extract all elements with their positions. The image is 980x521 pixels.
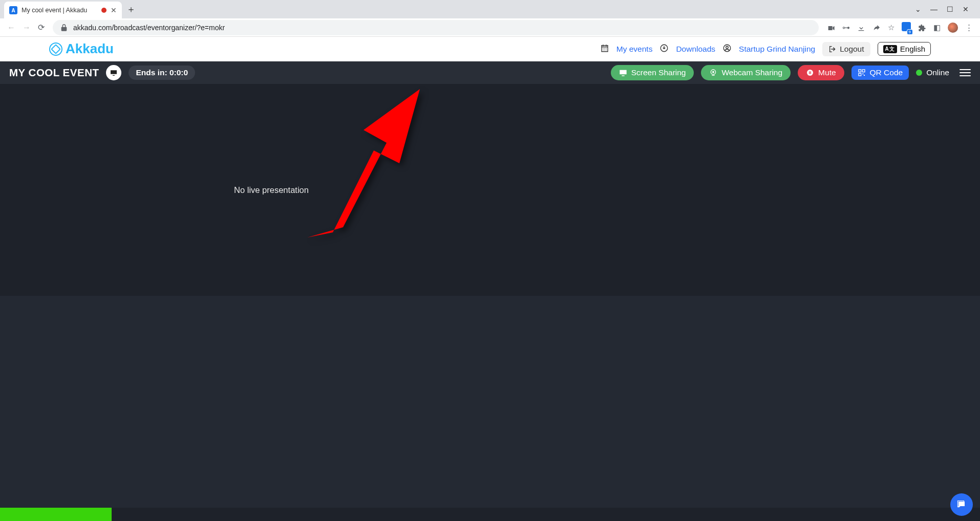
logout-button[interactable]: Logout <box>822 42 870 56</box>
logout-icon <box>828 45 837 53</box>
favicon-icon: A <box>9 6 17 14</box>
svg-point-3 <box>603 50 604 51</box>
back-icon[interactable]: ← <box>7 23 15 32</box>
share-icon[interactable] <box>872 23 881 32</box>
close-tab-icon[interactable]: ✕ <box>111 6 117 14</box>
lower-panel <box>0 296 980 508</box>
svg-point-4 <box>604 50 605 51</box>
mute-label: Mute <box>818 68 836 77</box>
profile-avatar[interactable] <box>948 23 958 33</box>
tab-title: My cool event | Akkadu <box>22 7 97 14</box>
presentation-area: No live presentation <box>0 84 543 296</box>
svg-rect-16 <box>859 73 861 76</box>
svg-point-2 <box>606 48 607 49</box>
svg-rect-17 <box>862 73 863 74</box>
screen-sharing-button[interactable]: Screen Sharing <box>611 65 694 80</box>
svg-rect-18 <box>864 75 865 76</box>
webcam-sharing-button[interactable]: Webcam Sharing <box>701 65 791 80</box>
logo-text: Akkadu <box>66 41 114 57</box>
content-area: No live presentation <box>0 84 980 521</box>
chevron-down-icon[interactable]: ⌄ <box>915 5 921 13</box>
menu-button[interactable] <box>960 69 971 77</box>
recording-icon <box>101 8 106 13</box>
reload-icon[interactable]: ⟳ <box>38 23 45 32</box>
chat-fab-button[interactable] <box>950 493 973 516</box>
new-tab-button[interactable]: ＋ <box>124 2 138 16</box>
svg-rect-15 <box>862 70 865 72</box>
kebab-menu-icon[interactable]: ⋮ <box>965 23 973 32</box>
webcam-sharing-label: Webcam Sharing <box>721 68 782 77</box>
svg-rect-14 <box>859 70 861 72</box>
extension-badge-icon[interactable]: 9 <box>902 22 911 33</box>
language-selector[interactable]: A文 English <box>878 42 931 56</box>
panel-icon[interactable]: ◧ <box>933 23 941 32</box>
mute-button[interactable]: Mute <box>798 65 844 80</box>
svg-rect-12 <box>809 71 809 74</box>
browser-tab[interactable]: A My cool event | Akkadu ✕ <box>4 2 122 19</box>
user-circle-icon <box>722 44 732 55</box>
qr-code-label: QR Code <box>870 68 903 77</box>
online-status: Online <box>916 68 949 77</box>
address-bar: ← → ⟳ akkadu.com/broadcast/eventorganize… <box>0 18 980 37</box>
browser-top: A My cool event | Akkadu ✕ ＋ ⌄ — ☐ ✕ ← →… <box>0 0 980 37</box>
language-icon: A文 <box>883 45 897 53</box>
org-link[interactable]: Startup Grind Nanjing <box>739 45 815 54</box>
svg-point-5 <box>606 50 607 51</box>
akkadu-logo[interactable]: Akkadu <box>49 41 114 57</box>
lock-icon <box>60 24 68 32</box>
logo-mark-icon <box>49 42 62 56</box>
webcam-icon <box>709 69 717 77</box>
forward-icon[interactable]: → <box>23 23 31 32</box>
svg-point-8 <box>726 46 729 49</box>
header-links: My events Downloads Startup Grind Nanjin… <box>600 42 931 56</box>
online-label: Online <box>926 68 949 77</box>
minimize-icon[interactable]: — <box>930 5 938 13</box>
screen-sharing-label: Screen Sharing <box>631 68 686 77</box>
countdown-pill: Ends in: 0:0:0 <box>129 66 195 80</box>
status-dot-icon <box>916 70 922 76</box>
download-circle-icon <box>659 44 669 55</box>
svg-point-11 <box>807 70 813 76</box>
no-presentation-text: No live presentation <box>234 185 309 195</box>
logout-label: Logout <box>840 45 864 54</box>
extensions-icon[interactable] <box>918 23 926 32</box>
tab-strip: A My cool event | Akkadu ✕ ＋ ⌄ — ☐ ✕ <box>0 0 980 18</box>
my-events-link[interactable]: My events <box>616 45 653 54</box>
svg-point-0 <box>603 48 604 49</box>
event-toolbar: MY COOL EVENT Ends in: 0:0:0 Screen Shar… <box>0 61 980 84</box>
calendar-icon <box>600 44 609 55</box>
app-header: Akkadu My events Downloads Startup Grind… <box>0 37 980 61</box>
camera-icon[interactable] <box>827 23 835 32</box>
qr-icon <box>858 69 866 77</box>
display-mode-icon[interactable] <box>106 65 121 80</box>
progress-bar <box>0 508 112 521</box>
window-controls: ⌄ — ☐ ✕ <box>915 5 976 13</box>
key-icon[interactable]: ⊶ <box>842 23 850 32</box>
pause-circle-icon <box>806 69 814 77</box>
badge-count: 9 <box>907 29 913 35</box>
star-icon[interactable]: ☆ <box>888 23 894 32</box>
svg-rect-13 <box>811 71 811 74</box>
close-window-icon[interactable]: ✕ <box>963 5 969 13</box>
url-field[interactable]: akkadu.com/broadcast/eventorganizer/?e=m… <box>53 20 819 35</box>
download-icon[interactable] <box>857 23 865 32</box>
svg-point-1 <box>604 48 605 49</box>
chat-icon <box>957 500 966 509</box>
svg-point-10 <box>712 71 714 73</box>
qr-code-button[interactable]: QR Code <box>851 66 909 80</box>
maximize-icon[interactable]: ☐ <box>947 5 953 13</box>
url-text: akkadu.com/broadcast/eventorganizer/?e=m… <box>73 24 225 32</box>
monitor-icon <box>619 69 627 77</box>
language-label: English <box>900 45 925 53</box>
downloads-link[interactable]: Downloads <box>676 45 715 54</box>
event-title: MY COOL EVENT <box>9 67 99 79</box>
